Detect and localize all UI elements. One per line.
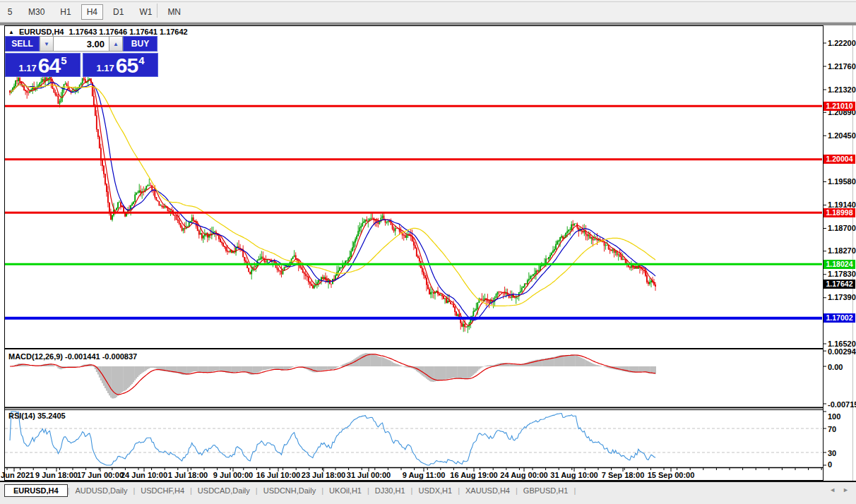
chart-tab-xauusd[interactable]: XAUUSD,H4 <box>460 485 516 496</box>
rsi-indicator-label: RSI(14) 35.2405 <box>8 412 66 420</box>
chart-tab-usdcad[interactable]: USDCAD,Daily <box>192 485 256 496</box>
volume-decrease-button[interactable]: ▼ <box>40 36 54 52</box>
chart-tabs: EURUSD,H4|AUDUSD,Daily|USDCHF,H4|USDCAD,… <box>4 484 576 497</box>
buy-price-pipette: 4 <box>138 55 144 66</box>
buy-price-main: 65 <box>116 55 138 76</box>
volume-input[interactable] <box>54 36 109 52</box>
chart-title-quotes: 1.17643 1.17646 1.17641 1.17642 <box>69 28 188 36</box>
chart-tab-ukoil[interactable]: UKOil,H1 <box>323 485 367 496</box>
mt4-window: 5M30H1H4D1W1MN 1.222001.217601.213201.20… <box>0 0 856 504</box>
sell-price-main: 64 <box>38 55 60 76</box>
chart-tab-audusd[interactable]: AUDUSD,Daily <box>69 485 133 496</box>
tab-divider: | <box>573 486 576 495</box>
chart-tab-bar: EURUSD,H4|AUDUSD,Daily|USDCHF,H4|USDCAD,… <box>0 481 856 504</box>
buy-button[interactable]: BUY <box>123 36 157 52</box>
chart-tab-usdcnh[interactable]: USDCNH,Daily <box>258 485 322 496</box>
chart-tab-usdx[interactable]: USDX,H1 <box>412 485 458 496</box>
volume-increase-button[interactable]: ▲ <box>109 36 123 52</box>
chart-title-symbol: EURUSD,H4 <box>19 28 64 36</box>
sell-price-prefix: 1.17 <box>18 61 36 76</box>
one-click-trading-panel: SELL ▼ ▲ BUY 1.17645 1.17654 <box>5 36 158 77</box>
chart-tab-dj30[interactable]: DJ30,H1 <box>369 485 411 496</box>
chart-tab-gbpusd[interactable]: GBPUSD,H1 <box>518 485 574 496</box>
macd-indicator-label: MACD(12,26,9) -0.001441 -0.000837 <box>8 352 137 361</box>
sell-price-panel[interactable]: 1.17645 <box>5 53 81 77</box>
chart-title: ▲ EURUSD,H4 1.17643 1.17646 1.17641 1.17… <box>8 28 188 36</box>
buy-price-prefix: 1.17 <box>96 61 114 76</box>
one-click-collapse-icon[interactable]: ▲ <box>8 29 14 35</box>
chart-tab-usdchf[interactable]: USDCHF,H4 <box>135 485 190 496</box>
chart-tab-eurusd[interactable]: EURUSD,H4 <box>4 484 68 497</box>
tab-scroll-right-button[interactable]: ► <box>843 486 849 493</box>
buy-price-panel[interactable]: 1.17654 <box>83 53 158 77</box>
sell-button[interactable]: SELL <box>5 36 40 52</box>
tab-scroll-left-button[interactable]: ◄ <box>829 486 836 493</box>
chart-background <box>0 25 856 481</box>
sell-price-pipette: 5 <box>61 55 66 66</box>
